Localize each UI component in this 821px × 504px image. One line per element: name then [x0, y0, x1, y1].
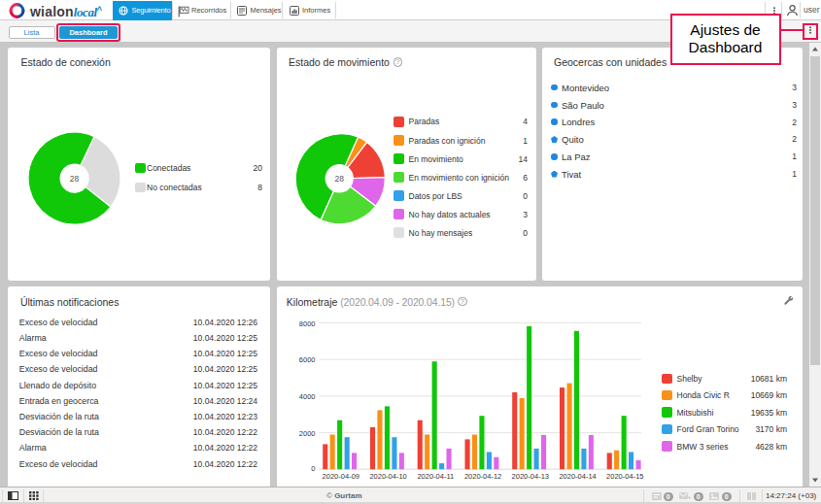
svg-text:2020-04-09: 2020-04-09 — [323, 472, 359, 481]
svg-text:6000: 6000 — [299, 355, 316, 364]
svg-text:2020-04-10: 2020-04-10 — [369, 472, 406, 481]
svg-text:2020-04-13: 2020-04-13 — [512, 472, 549, 481]
svg-text:0: 0 — [311, 464, 315, 473]
svg-text:8000: 8000 — [299, 319, 316, 328]
svg-text:28: 28 — [70, 174, 80, 184]
svg-text:4000: 4000 — [299, 392, 316, 401]
svg-text:28: 28 — [335, 174, 345, 184]
svg-text:2020-04-14: 2020-04-14 — [559, 472, 596, 481]
svg-text:2000: 2000 — [299, 429, 316, 438]
svg-text:2020-04-12: 2020-04-12 — [464, 472, 501, 481]
svg-text:2020-04-11: 2020-04-11 — [417, 472, 454, 481]
svg-text:2020-04-15: 2020-04-15 — [606, 472, 643, 481]
